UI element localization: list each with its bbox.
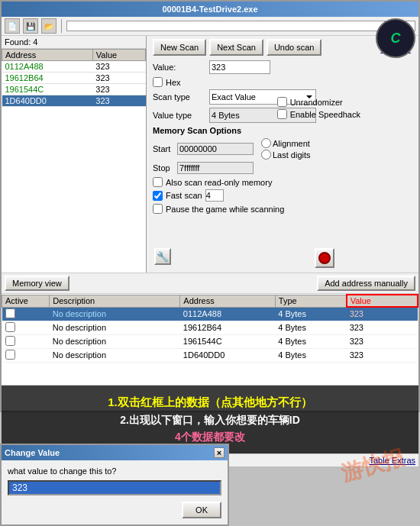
table-row[interactable]: No description 19612B64 4 Bytes 323 [2,321,418,334]
pause-checkbox[interactable] [153,204,163,214]
toolbar-icon-3[interactable]: 📂 [41,18,57,34]
toolbar-separator [61,19,62,33]
value-type-label: Value type [153,111,206,120]
hex-checkbox[interactable] [153,77,163,87]
value-cell: 323 [92,73,145,84]
title-bar: 00001B4-TestDrive2.exe [2,2,418,17]
value-cell: 323 [347,307,418,321]
readonly-label: Also scan read-only memory [166,178,272,187]
last-digits-row: Last digits [261,150,311,160]
stop-input[interactable] [177,162,254,174]
stop-icon [318,252,331,264]
dialog-value-input[interactable] [8,480,221,495]
active-cell [2,334,50,348]
dialog-body: what value to change this to? OK [2,460,228,524]
table-row[interactable]: 0112A488 323 [2,61,146,73]
value-input[interactable] [209,60,270,74]
app-logo: C [376,18,415,58]
active-checkbox[interactable] [5,350,15,360]
col-header-value: Value [92,50,145,61]
lower-table: Active Description Address Type Value No… [2,294,418,363]
memory-view-button[interactable]: Memory view [5,276,69,291]
scan-panel: New Scan Next Scan Undo scan Value: Hex … [147,36,418,273]
wrench-button[interactable]: 🔧 [154,248,171,265]
speedhack-row: Enable Speedhack [277,109,360,119]
unrandomizer-row: Unrandomizer [277,97,360,107]
alignment-row: Alignment [261,138,311,148]
toolbar: 📄 💾 📂 [2,17,418,36]
col-active: Active [2,295,50,307]
col-description: Description [50,295,180,307]
value-cell: 323 [92,84,145,95]
toolbar-icon-1[interactable]: 📄 [5,18,20,34]
speedhack-label: Enable Speedhack [290,110,360,119]
start-row: Start Alignment Last digits [153,138,365,160]
address-cell: 19612B64 [180,321,275,334]
table-row[interactable]: No description 1961544C 4 Bytes 323 [2,334,418,348]
radio-group: Alignment Last digits [261,138,311,160]
fastscan-input[interactable] [205,189,224,202]
annotation-line2: 2.出现以下窗口，输入你想要的车辆ID [6,411,414,428]
fastscan-label: Fast scan [166,191,202,200]
wrench-area: 🔧 [154,248,171,265]
fastscan-checkbox[interactable] [153,191,163,201]
last-digits-radio[interactable] [261,150,271,160]
value-cell: 323 [92,61,145,73]
active-checkbox[interactable] [5,336,15,346]
active-cell [2,348,50,362]
add-address-button[interactable]: Add address manually [317,276,415,291]
table-row[interactable]: No description 1D640DD0 4 Bytes 323 [2,348,418,362]
address-cell: 0112A488 [180,307,275,321]
value-cell: 323 [347,321,418,334]
hex-row: Hex [153,77,365,87]
value-label: Value: [153,63,206,72]
bottom-bar: Memory view Add address manually [2,273,418,294]
value-cell: 323 [347,348,418,362]
new-scan-button[interactable]: New Scan [153,39,206,56]
table-extras-link[interactable]: Table Extras [369,456,415,465]
table-row[interactable]: 19612B64 323 [2,73,146,84]
next-scan-button[interactable]: Next Scan [209,39,263,56]
address-cell: 1D640DD0 [180,348,275,362]
readonly-checkbox[interactable] [153,177,163,187]
stop-button[interactable] [315,248,334,268]
active-checkbox[interactable] [5,322,15,332]
hex-label: Hex [166,78,181,87]
alignment-radio[interactable] [261,138,271,148]
dialog-prompt: what value to change this to? [8,466,221,476]
value-cell: 323 [347,334,418,348]
address-cell-selected: 1D640DD0 [2,95,93,107]
address-cell: 19612B64 [2,73,93,84]
extra-options: Unrandomizer Enable Speedhack [277,97,360,121]
scan-button-row: New Scan Next Scan Undo scan [153,39,365,56]
pause-label: Pause the game while scanning [166,205,284,214]
last-digits-label: Last digits [273,150,311,160]
change-value-dialog: Change Value × what value to change this… [0,444,229,526]
active-checkbox[interactable] [5,308,15,318]
table-row[interactable]: 1961544C 323 [2,84,146,95]
memory-scan-title: Memory Scan Options [153,126,365,135]
table-row-selected[interactable]: 1D640DD0 323 [2,95,146,107]
annotation-line1: 1.双击红框上的数据（点其他地方不行） [6,393,414,411]
type-cell: 4 Bytes [275,307,346,321]
ok-button[interactable]: OK [182,502,221,518]
lower-table-container: Active Description Address Type Value No… [2,294,418,386]
pause-row: Pause the game while scanning [153,204,365,214]
undo-scan-button[interactable]: Undo scan [267,39,322,56]
type-cell: 4 Bytes [275,348,346,362]
dialog-button-row: OK [8,502,221,518]
type-cell: 4 Bytes [275,321,346,334]
alignment-label: Alignment [273,139,310,148]
address-cell: 1961544C [2,84,93,95]
dialog-titlebar: Change Value × [2,445,228,460]
address-cell: 1961544C [180,334,275,348]
fastscan-row: Fast scan [153,189,365,202]
unrandomizer-checkbox[interactable] [277,97,287,107]
table-row[interactable]: No description 0112A488 4 Bytes 323 [2,307,418,321]
speedhack-checkbox[interactable] [277,109,287,119]
toolbar-icon-2[interactable]: 💾 [23,18,38,34]
dialog-close-button[interactable]: × [214,447,225,458]
dialog-title: Change Value [5,448,60,457]
start-input[interactable] [177,143,254,155]
col-type: Type [275,295,346,307]
